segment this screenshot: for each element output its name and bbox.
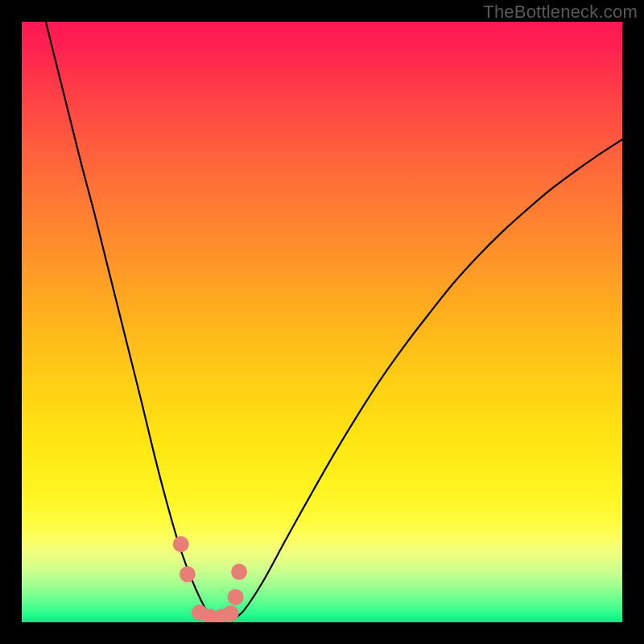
- marker-dot: [180, 566, 196, 582]
- marker-group: [173, 536, 247, 622]
- marker-layer: [22, 22, 622, 622]
- chart-container: TheBottleneck.com: [0, 0, 644, 644]
- marker-dot: [173, 536, 189, 552]
- marker-dot: [223, 605, 239, 621]
- marker-dot: [231, 564, 247, 580]
- watermark-text: TheBottleneck.com: [483, 2, 638, 23]
- plot-area: [22, 22, 622, 622]
- marker-dot: [228, 589, 244, 605]
